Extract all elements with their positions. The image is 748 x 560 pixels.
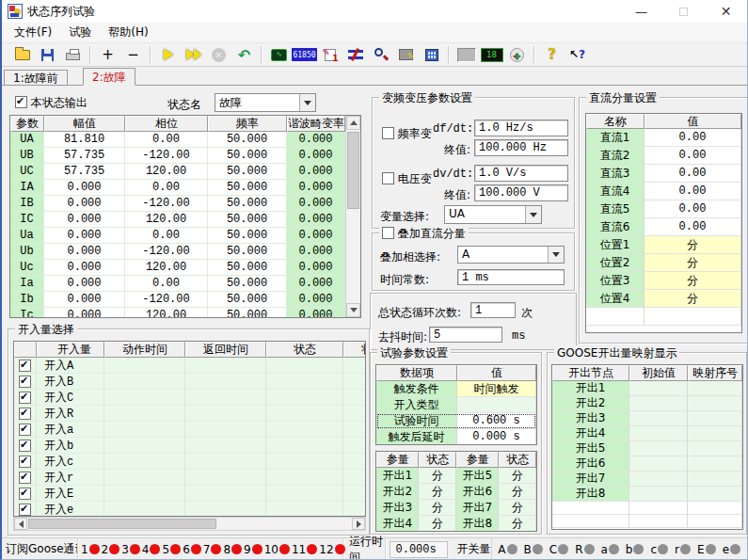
param-value-cell[interactable]: 0.00 bbox=[125, 132, 208, 148]
param-value-cell[interactable]: 0.000 bbox=[287, 244, 345, 260]
param-value-cell[interactable]: 0.000 bbox=[287, 292, 345, 308]
save-button[interactable] bbox=[35, 44, 60, 66]
binary-input-checkbox[interactable] bbox=[14, 422, 37, 438]
debounce-input[interactable]: 5 bbox=[429, 327, 502, 343]
dc-value-cell[interactable]: 分 bbox=[645, 290, 741, 308]
output-state-cell[interactable]: 分 bbox=[499, 516, 536, 532]
add-state-button[interactable]: + bbox=[95, 44, 120, 66]
dfdt-input[interactable]: 1.0 Hz/s bbox=[474, 120, 568, 136]
dc-value-cell[interactable]: 分 bbox=[645, 272, 741, 290]
binary-input-checkbox[interactable] bbox=[14, 390, 37, 406]
goose-initial-cell[interactable] bbox=[629, 472, 688, 487]
dc-value-cell[interactable]: 0.00 bbox=[645, 129, 741, 147]
scrollbar-thumb[interactable] bbox=[28, 519, 216, 529]
param-value-cell[interactable]: 0.000 bbox=[287, 212, 345, 228]
dc-value-cell[interactable]: 0.00 bbox=[645, 200, 741, 218]
output-state-cell[interactable]: 分 bbox=[419, 516, 456, 532]
scrollbar-thumb[interactable] bbox=[347, 132, 359, 209]
dc-value-cell[interactable]: 0.00 bbox=[645, 165, 741, 183]
param-value-cell[interactable]: 50.000 bbox=[208, 260, 287, 276]
param-value-cell[interactable]: 50.000 bbox=[208, 276, 287, 292]
binary-input-checkbox[interactable] bbox=[14, 486, 37, 502]
print-button[interactable] bbox=[60, 44, 86, 66]
zoom-button[interactable] bbox=[368, 44, 393, 66]
tab-fault[interactable]: 2:故障 bbox=[83, 68, 135, 86]
report-button[interactable] bbox=[317, 44, 342, 66]
param-value-cell[interactable]: 120.00 bbox=[125, 164, 208, 180]
iec61850-button[interactable]: 61850 bbox=[292, 44, 317, 66]
volt-change-checkbox[interactable]: 电压变 bbox=[382, 171, 432, 187]
param-value-cell[interactable]: 57.735 bbox=[44, 148, 125, 164]
test-param-value-cell[interactable] bbox=[457, 397, 536, 413]
param-value-cell[interactable]: 0.000 bbox=[44, 180, 125, 196]
param-value-cell[interactable]: 50.000 bbox=[208, 228, 287, 244]
phase-select[interactable]: A bbox=[457, 246, 565, 264]
param-value-cell[interactable]: 50.000 bbox=[208, 148, 287, 164]
scroll-up-icon[interactable] bbox=[346, 116, 360, 130]
param-value-cell[interactable]: 0.000 bbox=[287, 196, 345, 212]
scroll-left-icon[interactable] bbox=[14, 518, 27, 530]
output-checkbox[interactable]: 本状态输出 bbox=[15, 95, 88, 111]
waveform-button[interactable]: ∿ bbox=[266, 44, 292, 66]
goose-map-cell[interactable] bbox=[688, 396, 742, 411]
output-state-cell[interactable]: 分 bbox=[499, 468, 536, 484]
test-param-value-cell[interactable]: 0.600 s bbox=[457, 413, 536, 429]
binary-input-checkbox[interactable] bbox=[14, 358, 37, 374]
param-value-cell[interactable]: 0.000 bbox=[287, 276, 345, 292]
binary-input-checkbox[interactable] bbox=[14, 406, 37, 422]
about-button[interactable]: ? bbox=[539, 44, 565, 66]
goose-map-cell[interactable] bbox=[688, 472, 742, 487]
goose-initial-cell[interactable] bbox=[629, 441, 688, 456]
menu-item-help[interactable]: 帮助(H) bbox=[100, 23, 156, 42]
param-value-cell[interactable]: 0.000 bbox=[287, 180, 345, 196]
binary-input-checkbox[interactable] bbox=[14, 454, 37, 470]
binary-input-checkbox[interactable] bbox=[14, 502, 37, 517]
binary-input-checkbox[interactable] bbox=[14, 470, 37, 486]
param-value-cell[interactable]: 50.000 bbox=[208, 132, 287, 148]
chevron-down-icon[interactable] bbox=[299, 94, 315, 111]
context-help-button[interactable]: ↖? bbox=[565, 44, 590, 66]
param-value-cell[interactable]: 0.000 bbox=[287, 308, 345, 318]
dvdt-input[interactable]: 1.0 V/s bbox=[474, 165, 568, 182]
close-button[interactable]: ✕ bbox=[705, 0, 747, 23]
sync-button[interactable] bbox=[504, 44, 530, 66]
output-state-cell[interactable]: 分 bbox=[499, 500, 536, 516]
goose-initial-cell[interactable] bbox=[629, 411, 688, 426]
binary-input-checkbox[interactable] bbox=[14, 438, 37, 454]
param-value-cell[interactable]: 0.000 bbox=[44, 212, 125, 228]
harmonic-button[interactable] bbox=[342, 44, 368, 66]
param-value-cell[interactable]: 120.00 bbox=[125, 308, 208, 318]
param-value-cell[interactable]: 0.000 bbox=[44, 276, 125, 292]
binary-input-checkbox[interactable] bbox=[14, 374, 37, 390]
param-value-cell[interactable]: 50.000 bbox=[208, 244, 287, 260]
goose-initial-cell[interactable] bbox=[629, 487, 688, 502]
param-value-cell[interactable]: 0.000 bbox=[44, 260, 125, 276]
param-value-cell[interactable]: 0.000 bbox=[287, 164, 345, 180]
output-state-cell[interactable]: 分 bbox=[419, 484, 456, 500]
goose-initial-cell[interactable] bbox=[629, 381, 688, 396]
start-test-button[interactable] bbox=[155, 44, 181, 66]
goose-map-cell[interactable] bbox=[688, 456, 742, 472]
param-value-cell[interactable]: -120.00 bbox=[125, 196, 208, 212]
chevron-down-icon[interactable] bbox=[548, 247, 564, 263]
test-param-value-cell[interactable]: 时间触发 bbox=[457, 381, 536, 397]
param-value-cell[interactable]: 0.000 bbox=[44, 228, 125, 244]
menu-item-test[interactable]: 试验 bbox=[60, 23, 100, 42]
goose-map-cell[interactable] bbox=[688, 426, 742, 441]
panel-button[interactable] bbox=[454, 44, 479, 66]
dc-value-cell[interactable]: 0.00 bbox=[645, 218, 741, 236]
param-value-cell[interactable]: 0.000 bbox=[287, 148, 345, 164]
param-value-cell[interactable]: 50.000 bbox=[208, 164, 287, 180]
binary-table-hscrollbar[interactable] bbox=[13, 517, 366, 531]
param-value-cell[interactable]: 0.000 bbox=[287, 228, 345, 244]
goose-initial-cell[interactable] bbox=[629, 426, 688, 441]
scroll-down-icon[interactable] bbox=[346, 303, 360, 317]
open-file-button[interactable] bbox=[9, 44, 35, 66]
led-display-button[interactable]: 18 bbox=[479, 44, 504, 66]
param-value-cell[interactable]: 0.000 bbox=[44, 244, 125, 260]
goose-map-cell[interactable] bbox=[688, 381, 742, 396]
run-all-button[interactable] bbox=[181, 44, 206, 66]
freq-change-checkbox[interactable]: 频率变 bbox=[382, 126, 432, 142]
dc-value-cell[interactable]: 0.00 bbox=[645, 183, 741, 200]
param-value-cell[interactable]: 0.000 bbox=[44, 292, 125, 308]
